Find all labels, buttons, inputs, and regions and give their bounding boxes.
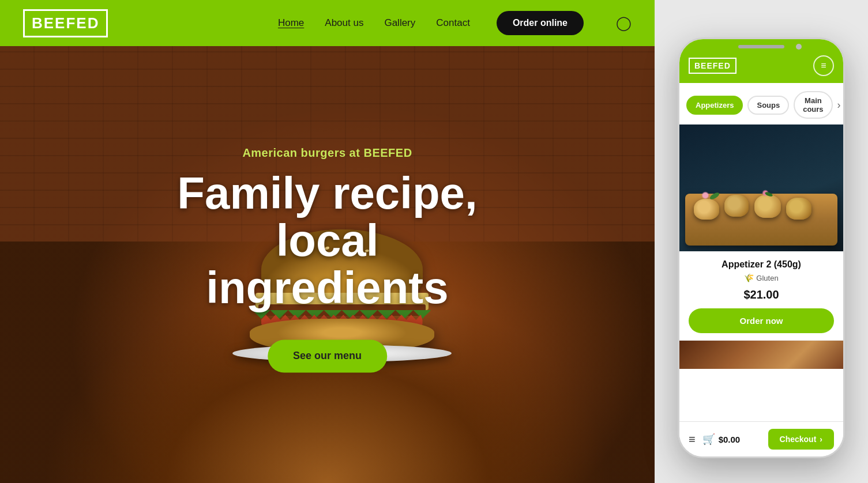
tab-soups[interactable]: Soups bbox=[747, 96, 789, 115]
food-price: $21.00 bbox=[689, 288, 834, 301]
nav-link-home[interactable]: Home bbox=[278, 17, 304, 29]
see-menu-button[interactable]: See our menu bbox=[268, 339, 387, 372]
food-info: Appetizer 2 (450g) 🌾 Gluten $21.00 Order… bbox=[679, 251, 843, 340]
nav-logo: BEEFED bbox=[23, 9, 108, 37]
nav-link-contact[interactable]: Contact bbox=[436, 17, 470, 29]
phone-food-content: Appetizer 2 (450g) 🌾 Gluten $21.00 Order… bbox=[679, 124, 843, 421]
tabs-arrow-icon[interactable]: › bbox=[837, 99, 841, 111]
phone-frame: BEEFED ≡ Appetizers Soups Main cours › bbox=[678, 37, 845, 458]
phone-category-tabs: Appetizers Soups Main cours › bbox=[679, 83, 843, 124]
food-image bbox=[679, 124, 843, 251]
tab-appetizers[interactable]: Appetizers bbox=[686, 96, 743, 115]
bottom-menu-icon[interactable]: ≡ bbox=[689, 433, 696, 446]
phone-notch bbox=[738, 45, 784, 48]
navbar: BEEFED Home About us Gallery Contact Ord… bbox=[0, 0, 655, 46]
checkout-arrow-icon: › bbox=[820, 435, 822, 444]
cart-amount: $0.00 bbox=[719, 435, 741, 444]
cart-icon[interactable]: 🛒 bbox=[702, 433, 715, 446]
food-peek-image bbox=[679, 341, 843, 369]
phone-mockup: BEEFED ≡ Appetizers Soups Main cours › bbox=[678, 37, 845, 458]
phone-bottom-bar: ≡ 🛒 $0.00 Checkout › bbox=[679, 421, 843, 456]
food-name: Appetizer 2 (450g) bbox=[689, 259, 834, 270]
gluten-icon: 🌾 bbox=[744, 273, 754, 282]
nav-link-gallery[interactable]: Gallery bbox=[384, 17, 415, 29]
food-tag: 🌾 Gluten bbox=[689, 273, 834, 282]
food-card-peek bbox=[679, 340, 843, 369]
cart-section: 🛒 $0.00 bbox=[702, 433, 741, 446]
order-now-button[interactable]: Order now bbox=[689, 308, 834, 333]
nav-link-about[interactable]: About us bbox=[325, 17, 363, 29]
phone-inner: BEEFED ≡ Appetizers Soups Main cours › bbox=[679, 39, 843, 456]
tab-main-course[interactable]: Main cours bbox=[794, 91, 832, 119]
food-card-appetizer2: Appetizer 2 (450g) 🌾 Gluten $21.00 Order… bbox=[679, 124, 843, 340]
order-online-button[interactable]: Order online bbox=[497, 11, 584, 35]
hero-subtitle: American burgers at BEEFED bbox=[164, 146, 491, 160]
user-icon[interactable]: ◯ bbox=[616, 15, 632, 31]
phone-camera bbox=[796, 44, 802, 50]
phone-logo: BEEFED bbox=[689, 58, 737, 74]
phone-menu-button[interactable]: ≡ bbox=[813, 55, 834, 76]
nav-links: Home About us Gallery Contact Order onli… bbox=[278, 11, 632, 35]
hero-title: Family recipe, local ingredients bbox=[164, 170, 491, 312]
hero-content: American burgers at BEEFED Family recipe… bbox=[164, 146, 491, 372]
checkout-button[interactable]: Checkout › bbox=[768, 429, 834, 450]
hero-section: American burgers at BEEFED Family recipe… bbox=[0, 0, 655, 483]
food-tag-label: Gluten bbox=[756, 274, 778, 282]
